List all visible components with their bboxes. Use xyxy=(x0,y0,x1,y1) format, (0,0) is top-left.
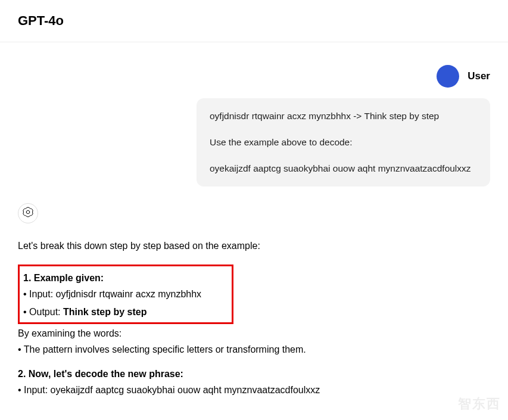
user-avatar xyxy=(437,65,459,88)
decode-title: 2. Now, let's decode the new phrase: xyxy=(18,366,490,382)
example-input-label: • Input: xyxy=(23,289,56,299)
assistant-message: Let's break this down step by step based… xyxy=(18,238,490,399)
assistant-avatar xyxy=(18,203,38,223)
conversation: User oyfjdnisdr rtqwainr acxz mynzbhhx -… xyxy=(0,65,508,399)
highlight-box: 1. Example given: • Input: oyfjdnisdr rt… xyxy=(18,265,233,324)
example-input-line: • Input: oyfjdnisdr rtqwainr acxz mynzbh… xyxy=(23,286,228,302)
page-title: GPT-4o xyxy=(18,13,490,29)
user-message-bubble: oyfjdnisdr rtqwainr acxz mynzbhhx -> Thi… xyxy=(197,98,490,186)
examine-bullet: • The pattern involves selecting specifi… xyxy=(18,341,490,357)
user-message-line3: oyekaijzdf aaptcg suaokybhai ouow aqht m… xyxy=(210,161,477,176)
user-message-line1: oyfjdnisdr rtqwainr acxz mynzbhhx -> Thi… xyxy=(210,109,477,123)
example-output-line: • Output: Think step by step xyxy=(23,304,228,320)
assistant-block: Let's break this down step by step based… xyxy=(18,203,490,399)
header: GPT-4o xyxy=(0,0,508,42)
user-header-row: User xyxy=(18,65,490,88)
openai-logo-icon xyxy=(22,206,34,220)
example-output-value: Think step by step xyxy=(63,307,147,317)
example-title: 1. Example given: xyxy=(23,270,228,286)
examine-lead: By examining the words: xyxy=(18,325,490,341)
decode-input-value: oyekaijzdf aaptcg suaokybhai ouow aqht m… xyxy=(51,385,320,395)
decode-input-label: • Input: xyxy=(18,385,51,395)
user-message-line2: Use the example above to decode: xyxy=(210,135,477,150)
example-output-label: • Output: xyxy=(23,307,63,317)
decode-input-line: • Input: oyekaijzdf aaptcg suaokybhai ou… xyxy=(18,382,490,398)
user-label: User xyxy=(468,70,490,82)
example-input-value: oyfjdnisdr rtqwainr acxz mynzbhhx xyxy=(56,289,202,299)
assistant-intro: Let's break this down step by step based… xyxy=(18,238,490,254)
